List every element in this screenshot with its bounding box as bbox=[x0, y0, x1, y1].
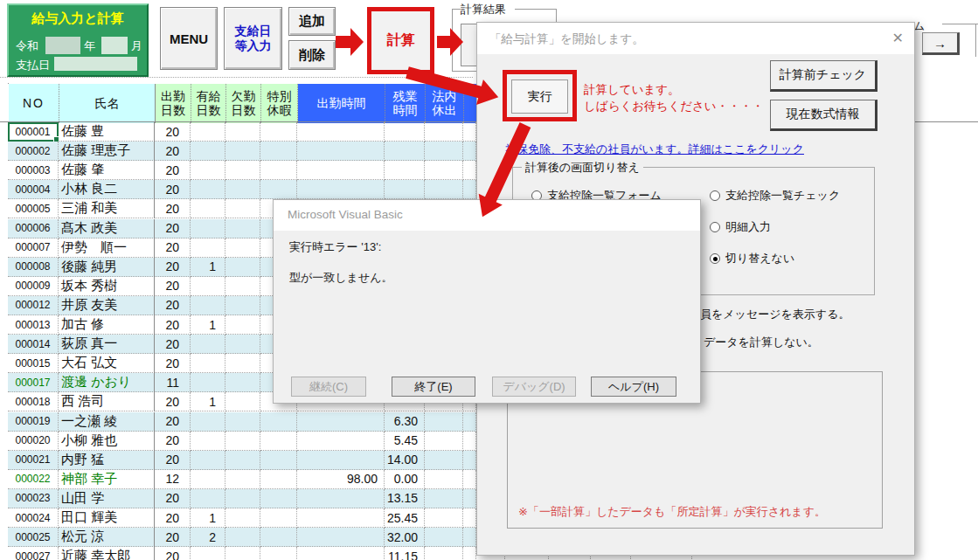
cell-work-hours[interactable] bbox=[297, 451, 385, 470]
cell-no[interactable]: 000008 bbox=[8, 258, 59, 277]
cell-special-leave[interactable] bbox=[260, 470, 297, 489]
cell-no[interactable]: 000004 bbox=[8, 180, 59, 199]
cell-overtime[interactable]: 5.45 bbox=[385, 432, 425, 451]
cell-no[interactable]: 000003 bbox=[8, 161, 59, 180]
cell-work-days[interactable]: 20 bbox=[155, 315, 191, 335]
cell-special-leave[interactable] bbox=[260, 122, 297, 142]
cell-paid-days[interactable] bbox=[191, 432, 225, 451]
cell-absent-days[interactable] bbox=[225, 373, 260, 392]
cell-no[interactable]: 000021 bbox=[8, 451, 59, 470]
cell-special-leave[interactable] bbox=[260, 508, 297, 528]
cell-overtime[interactable]: 13.15 bbox=[385, 489, 425, 508]
cell-work-days[interactable]: 20 bbox=[155, 528, 191, 547]
cell-absent-days[interactable] bbox=[225, 239, 260, 258]
cell-work-hours[interactable] bbox=[297, 547, 385, 560]
cell-paid-days[interactable] bbox=[191, 451, 225, 470]
cell-paid-days[interactable] bbox=[191, 489, 225, 508]
radio-icon[interactable] bbox=[710, 222, 720, 232]
cell-paid-days[interactable] bbox=[191, 373, 225, 392]
cell-no[interactable]: 000022 bbox=[8, 470, 59, 489]
cell-special-leave[interactable] bbox=[260, 161, 297, 180]
cell-name[interactable]: 坂本 秀樹 bbox=[59, 277, 155, 296]
next-arrow-button[interactable]: → bbox=[922, 32, 960, 55]
cell-work-days[interactable]: 12 bbox=[155, 470, 191, 489]
radio-selected-option[interactable]: 切り替えない bbox=[710, 251, 794, 266]
column-header[interactable]: 出勤日数 bbox=[156, 84, 191, 123]
cell-special-leave[interactable] bbox=[260, 412, 297, 432]
cell-absent-days[interactable] bbox=[225, 277, 260, 296]
cell-overtime[interactable]: 25.45 bbox=[385, 508, 425, 528]
cell-work-days[interactable]: 20 bbox=[155, 335, 191, 354]
cell-absent-days[interactable] bbox=[225, 392, 260, 411]
cell-paid-days[interactable] bbox=[191, 470, 225, 489]
cell-legal-holiday[interactable] bbox=[425, 432, 463, 451]
cell-extra[interactable] bbox=[463, 508, 476, 528]
cell-name[interactable]: 井原 友美 bbox=[59, 296, 155, 315]
cell-absent-days[interactable] bbox=[225, 354, 260, 373]
column-header[interactable]: 氏名 bbox=[59, 84, 156, 123]
cell-work-days[interactable]: 20 bbox=[155, 296, 191, 315]
cell-name[interactable]: 佐藤 豊 bbox=[59, 122, 155, 142]
cell-paid-days[interactable] bbox=[191, 142, 225, 161]
cell-absent-days[interactable] bbox=[225, 508, 260, 528]
cell-special-leave[interactable] bbox=[260, 180, 297, 199]
cell-extra[interactable] bbox=[463, 451, 476, 470]
cell-overtime[interactable] bbox=[385, 180, 425, 199]
cell-name[interactable]: 伊勢 順一 bbox=[59, 239, 155, 258]
cell-absent-days[interactable] bbox=[225, 451, 260, 470]
detail-link[interactable]: 社保免除、不支給の社員がいます。詳細はここをクリック bbox=[505, 142, 804, 157]
radio-option[interactable]: 支給控除一覧チェック bbox=[710, 188, 840, 204]
cell-paid-days[interactable] bbox=[191, 335, 225, 354]
column-header[interactable]: NO bbox=[9, 84, 59, 123]
cell-special-leave[interactable] bbox=[260, 547, 297, 560]
cell-extra[interactable] bbox=[463, 528, 476, 547]
cell-work-hours[interactable] bbox=[297, 432, 385, 451]
cell-no[interactable]: 000014 bbox=[8, 335, 59, 354]
cell-paid-days[interactable] bbox=[191, 219, 225, 239]
cell-absent-days[interactable] bbox=[225, 489, 260, 508]
cell-overtime[interactable]: 14.00 bbox=[385, 451, 425, 470]
cell-paid-days[interactable] bbox=[191, 354, 225, 373]
cell-no[interactable]: 000002 bbox=[8, 142, 59, 161]
cell-work-days[interactable]: 20 bbox=[155, 180, 191, 199]
cell-name[interactable]: 近藤 幸太郎 bbox=[59, 547, 155, 560]
cell-special-leave[interactable] bbox=[260, 432, 297, 451]
cell-absent-days[interactable] bbox=[225, 180, 260, 199]
cell-name[interactable]: 佐藤 肇 bbox=[59, 161, 155, 180]
cell-name[interactable]: 内野 猛 bbox=[59, 451, 155, 470]
cell-overtime[interactable]: 6.30 bbox=[385, 412, 425, 432]
cell-work-days[interactable]: 20 bbox=[155, 258, 191, 277]
cell-absent-days[interactable] bbox=[225, 142, 260, 161]
cell-absent-days[interactable] bbox=[225, 199, 260, 218]
delete-button[interactable]: 削除 bbox=[288, 40, 336, 70]
cell-name[interactable]: 後藤 純男 bbox=[59, 258, 155, 277]
cell-paid-days[interactable]: 1 bbox=[191, 258, 225, 277]
cell-work-days[interactable]: 20 bbox=[155, 277, 191, 296]
column-header[interactable]: 法内休出 bbox=[426, 84, 464, 123]
cell-work-days[interactable]: 20 bbox=[155, 451, 191, 470]
cell-work-hours[interactable] bbox=[297, 161, 385, 180]
cell-no[interactable]: 000006 bbox=[8, 219, 59, 239]
cell-special-leave[interactable] bbox=[260, 451, 297, 470]
menu-button[interactable]: MENU bbox=[160, 7, 218, 70]
radio-option[interactable]: 明細入力 bbox=[710, 219, 771, 235]
cell-overtime[interactable] bbox=[385, 142, 425, 161]
cell-absent-days[interactable] bbox=[225, 122, 260, 142]
cell-absent-days[interactable] bbox=[225, 412, 260, 432]
cell-work-hours[interactable] bbox=[297, 528, 385, 547]
column-header[interactable]: 出勤時間 bbox=[298, 84, 385, 123]
column-header[interactable]: 有給日数 bbox=[191, 84, 226, 123]
cell-special-leave[interactable] bbox=[260, 142, 297, 161]
cell-overtime[interactable] bbox=[385, 161, 425, 180]
cell-paid-days[interactable]: 1 bbox=[191, 508, 225, 528]
vb-dialog-titlebar[interactable]: Microsoft Visual Basic bbox=[274, 200, 700, 231]
calc-button[interactable]: 計算 bbox=[367, 7, 434, 74]
column-header[interactable] bbox=[464, 84, 477, 123]
precheck-button[interactable]: 計算前チェック bbox=[770, 60, 877, 92]
cell-paid-days[interactable] bbox=[191, 296, 225, 315]
cell-absent-days[interactable] bbox=[225, 219, 260, 239]
cell-special-leave[interactable] bbox=[260, 528, 297, 547]
dialog-titlebar[interactable]: 「給与計算」を開始します。 ✕ bbox=[477, 23, 914, 54]
exec-button[interactable]: 実行 bbox=[511, 80, 568, 114]
cell-name[interactable]: 田口 輝美 bbox=[59, 508, 155, 528]
